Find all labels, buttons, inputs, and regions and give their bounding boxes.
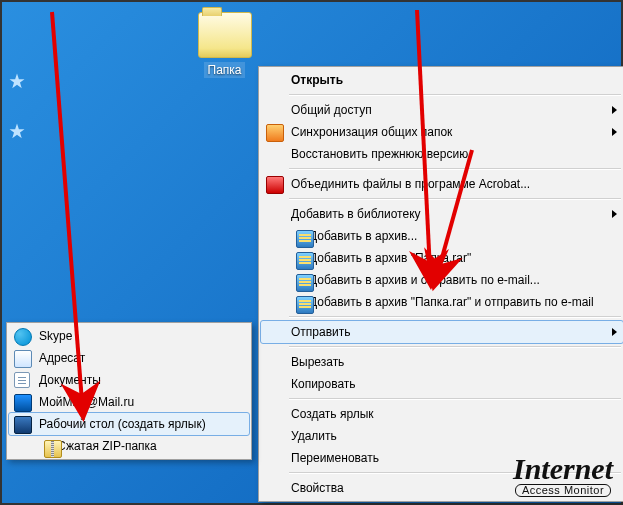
send-moimir[interactable]: МойМир@Mail.ru	[9, 391, 249, 413]
skype-icon	[14, 328, 32, 346]
wallpaper-star-icon	[8, 122, 26, 140]
menu-restore[interactable]: Восстановить прежнюю версию	[261, 143, 623, 165]
context-menu: Открыть Общий доступ Синхронизация общих…	[258, 66, 623, 502]
folder-label: Папка	[204, 62, 246, 78]
desktop-icon	[14, 416, 32, 434]
rar-icon	[296, 252, 314, 270]
separator	[289, 316, 621, 318]
menu-rar-named[interactable]: Добавить в архив "Папка.rar"	[261, 247, 623, 269]
separator	[289, 198, 621, 200]
send-zip[interactable]: Сжатая ZIP-папка	[9, 435, 249, 457]
sync-icon	[266, 124, 284, 142]
send-recipient[interactable]: Адресат	[9, 347, 249, 369]
zip-icon	[44, 440, 62, 458]
separator	[289, 168, 621, 170]
rar-icon	[296, 230, 314, 248]
menu-rar-email[interactable]: Добавить в архив и отправить по e-mail..…	[261, 269, 623, 291]
menu-sync[interactable]: Синхронизация общих папок	[261, 121, 623, 143]
chevron-right-icon	[612, 328, 617, 336]
chevron-right-icon	[612, 210, 617, 218]
separator	[289, 94, 621, 96]
menu-delete[interactable]: Удалить	[261, 425, 623, 447]
rar-icon	[296, 274, 314, 292]
menu-open[interactable]: Открыть	[261, 69, 623, 91]
send-documents[interactable]: Документы	[9, 369, 249, 391]
menu-rar-named-email[interactable]: Добавить в архив "Папка.rar" и отправить…	[261, 291, 623, 313]
folder-icon	[198, 12, 252, 58]
folder-desktop-item[interactable]: Папка	[187, 12, 262, 78]
desktop[interactable]: Папка Открыть Общий доступ Синхронизация…	[0, 0, 623, 505]
menu-cut[interactable]: Вырезать	[261, 351, 623, 373]
pdf-icon	[266, 176, 284, 194]
separator	[289, 398, 621, 400]
moimir-icon	[14, 394, 32, 412]
rar-icon	[296, 296, 314, 314]
menu-library[interactable]: Добавить в библиотеку	[261, 203, 623, 225]
send-to-submenu: Skype Адресат Документы МойМир@Mail.ru Р…	[6, 322, 252, 460]
menu-share[interactable]: Общий доступ	[261, 99, 623, 121]
menu-copy[interactable]: Копировать	[261, 373, 623, 395]
chevron-right-icon	[612, 106, 617, 114]
send-desktop-shortcut[interactable]: Рабочий стол (создать ярлык)	[8, 412, 250, 436]
separator	[289, 346, 621, 348]
menu-send-to[interactable]: Отправить	[260, 320, 623, 344]
chevron-right-icon	[612, 128, 617, 136]
document-icon	[14, 372, 30, 388]
mail-icon	[14, 350, 32, 368]
watermark: Internet Access Monitor	[513, 454, 613, 497]
wallpaper-star-icon	[8, 72, 26, 90]
menu-rar-add[interactable]: Добавить в архив...	[261, 225, 623, 247]
send-skype[interactable]: Skype	[9, 325, 249, 347]
menu-acrobat[interactable]: Объединить файлы в программе Acrobat...	[261, 173, 623, 195]
menu-create-shortcut[interactable]: Создать ярлык	[261, 403, 623, 425]
